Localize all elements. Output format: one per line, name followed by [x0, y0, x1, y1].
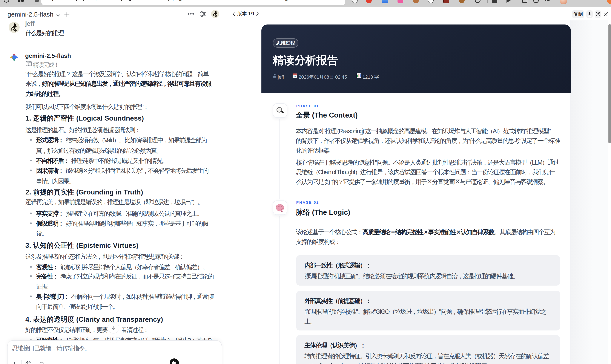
svg-text:17: 17	[294, 75, 296, 78]
